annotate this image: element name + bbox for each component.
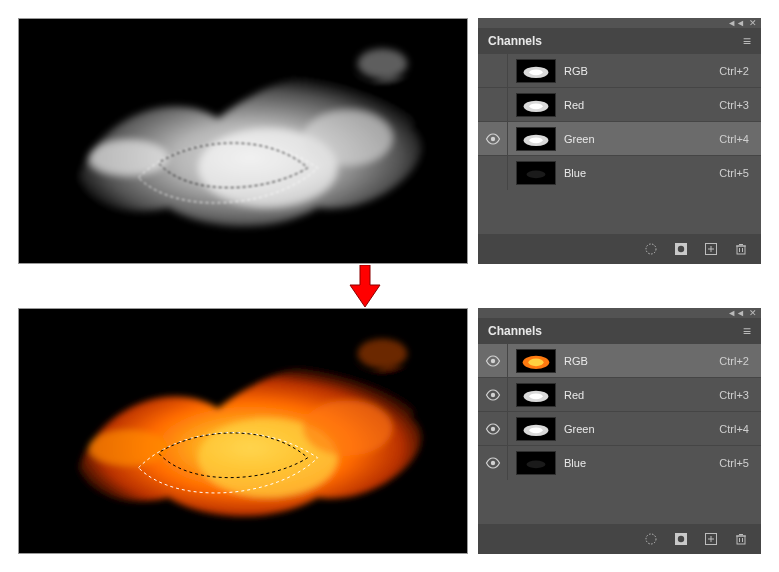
visibility-toggle-icon[interactable] <box>478 344 508 377</box>
channel-label: Red <box>564 99 719 111</box>
panel-menu-icon[interactable]: ≡ <box>743 323 751 339</box>
svg-point-39 <box>490 426 494 430</box>
svg-point-29 <box>303 400 393 456</box>
visibility-toggle-icon[interactable] <box>478 446 508 480</box>
channel-row-rgb[interactable]: RGBCtrl+2 <box>478 54 761 88</box>
svg-point-15 <box>526 171 545 179</box>
channel-shortcut: Ctrl+3 <box>719 389 749 401</box>
svg-point-16 <box>646 244 656 254</box>
svg-point-9 <box>529 103 542 109</box>
load-selection-icon[interactable] <box>643 531 659 547</box>
new-channel-icon[interactable] <box>703 241 719 257</box>
svg-point-42 <box>529 427 542 433</box>
svg-point-34 <box>528 358 543 366</box>
channel-shortcut: Ctrl+5 <box>719 457 749 469</box>
collapse-panel-icon[interactable]: ◄◄ <box>727 308 745 318</box>
svg-point-30 <box>357 339 407 369</box>
channel-shortcut: Ctrl+5 <box>719 167 749 179</box>
save-selection-mask-icon[interactable] <box>673 531 689 547</box>
channel-thumbnail <box>516 161 556 185</box>
visibility-toggle-icon[interactable] <box>478 122 508 155</box>
panel-menu-icon[interactable]: ≡ <box>743 33 751 49</box>
channel-label: RGB <box>564 355 719 367</box>
channel-thumbnail <box>516 59 556 83</box>
panel-topbar: ◄◄ ✕ <box>478 18 761 28</box>
channel-shortcut: Ctrl+2 <box>719 355 749 367</box>
svg-point-48 <box>678 536 684 542</box>
svg-point-46 <box>646 534 656 544</box>
load-selection-icon[interactable] <box>643 241 659 257</box>
visibility-toggle-icon[interactable] <box>478 54 508 87</box>
channel-label: Blue <box>564 167 719 179</box>
channel-row-red[interactable]: RedCtrl+3 <box>478 88 761 122</box>
down-arrow-icon <box>348 265 382 307</box>
visibility-toggle-icon[interactable] <box>478 412 508 445</box>
visibility-toggle-icon[interactable] <box>478 88 508 121</box>
channel-row-red[interactable]: RedCtrl+3 <box>478 378 761 412</box>
channels-panel-bottom: ◄◄ ✕ Channels ≡ RGBCtrl+2RedCtrl+3GreenC… <box>478 308 761 554</box>
panel-footer <box>478 234 761 264</box>
channel-row-rgb[interactable]: RGBCtrl+2 <box>478 344 761 378</box>
svg-point-0 <box>89 140 169 176</box>
channel-label: RGB <box>564 65 719 77</box>
svg-point-6 <box>529 69 542 75</box>
delete-channel-icon[interactable] <box>733 531 749 547</box>
panel-tab-channels[interactable]: Channels ≡ <box>478 318 761 344</box>
svg-point-2 <box>303 110 393 166</box>
channel-label: Red <box>564 389 719 401</box>
svg-rect-52 <box>737 536 745 544</box>
panel-title-label: Channels <box>488 324 542 338</box>
channel-thumbnail <box>516 349 556 373</box>
svg-point-45 <box>526 461 545 469</box>
channel-thumbnail <box>516 127 556 151</box>
panel-title-label: Channels <box>488 34 542 48</box>
svg-point-27 <box>89 430 169 466</box>
channel-thumbnail <box>516 451 556 475</box>
svg-point-3 <box>357 49 407 79</box>
svg-point-38 <box>529 393 542 399</box>
svg-point-35 <box>490 392 494 396</box>
channel-shortcut: Ctrl+2 <box>719 65 749 77</box>
panel-topbar: ◄◄ ✕ <box>478 308 761 318</box>
close-panel-icon[interactable]: ✕ <box>749 308 757 318</box>
channel-row-green[interactable]: GreenCtrl+4 <box>478 122 761 156</box>
channel-shortcut: Ctrl+4 <box>719 133 749 145</box>
channel-shortcut: Ctrl+3 <box>719 99 749 111</box>
channel-label: Blue <box>564 457 719 469</box>
visibility-toggle-icon[interactable] <box>478 378 508 411</box>
svg-point-10 <box>490 136 494 140</box>
save-selection-mask-icon[interactable] <box>673 241 689 257</box>
panel-footer <box>478 524 761 554</box>
delete-channel-icon[interactable] <box>733 241 749 257</box>
channel-label: Green <box>564 133 719 145</box>
channel-list: RGBCtrl+2RedCtrl+3GreenCtrl+4BlueCtrl+5 <box>478 344 761 480</box>
svg-point-18 <box>678 246 684 252</box>
svg-point-13 <box>529 137 542 143</box>
collapse-panel-icon[interactable]: ◄◄ <box>727 18 745 28</box>
close-panel-icon[interactable]: ✕ <box>749 18 757 28</box>
canvas-grayscale-smoke[interactable] <box>18 18 468 264</box>
channel-row-blue[interactable]: BlueCtrl+5 <box>478 446 761 480</box>
channel-thumbnail <box>516 417 556 441</box>
new-channel-icon[interactable] <box>703 531 719 547</box>
channel-thumbnail <box>516 93 556 117</box>
channels-panel-top: ◄◄ ✕ Channels ≡ RGBCtrl+2RedCtrl+3GreenC… <box>478 18 761 264</box>
canvas-colored-fire[interactable] <box>18 308 468 554</box>
channel-list: RGBCtrl+2RedCtrl+3GreenCtrl+4BlueCtrl+5 <box>478 54 761 190</box>
visibility-toggle-icon[interactable] <box>478 156 508 190</box>
svg-point-31 <box>490 358 494 362</box>
channel-shortcut: Ctrl+4 <box>719 423 749 435</box>
channel-label: Green <box>564 423 719 435</box>
channel-thumbnail <box>516 383 556 407</box>
panel-tab-channels[interactable]: Channels ≡ <box>478 28 761 54</box>
svg-point-43 <box>490 461 494 465</box>
channel-row-blue[interactable]: BlueCtrl+5 <box>478 156 761 190</box>
svg-rect-22 <box>737 246 745 254</box>
channel-row-green[interactable]: GreenCtrl+4 <box>478 412 761 446</box>
